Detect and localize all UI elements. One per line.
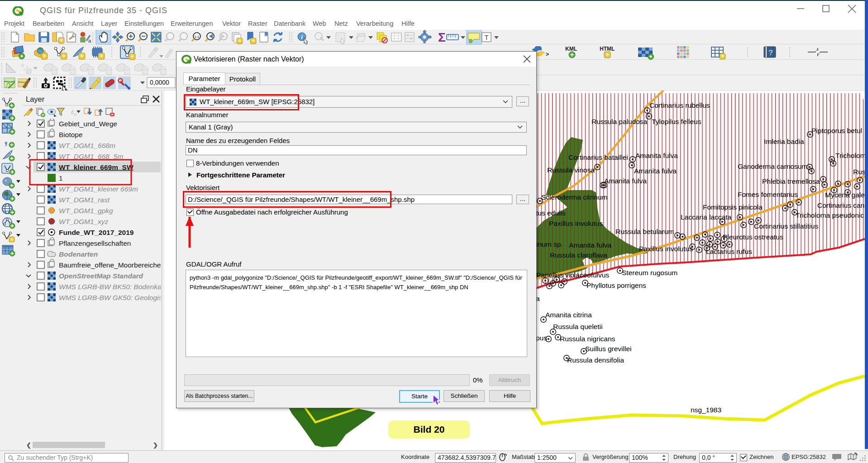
svg-text:nsg_1983: nsg_1983 xyxy=(691,406,721,414)
svg-text:Amanita citrina: Amanita citrina xyxy=(545,311,592,319)
svg-text:Cortinarius can: Cortinarius can xyxy=(817,201,864,209)
svg-text:Pflanzengesellschaften: Pflanzengesellschaften xyxy=(59,239,131,247)
svg-text:WT_DGM1_rast: WT_DGM1_rast xyxy=(59,196,110,204)
svg-text:Russula densifolia: Russula densifolia xyxy=(567,356,624,364)
svg-text:Fomitopsis pinicola: Fomitopsis pinicola xyxy=(703,203,763,211)
svg-text:Russula vinosa: Russula vinosa xyxy=(547,166,595,174)
svg-text:,: , xyxy=(4,132,8,147)
svg-text:✳: ✳ xyxy=(80,53,85,59)
svg-text:i: i xyxy=(301,33,303,40)
svg-text:WT_DGM1_668_5m: WT_DGM1_668_5m xyxy=(59,153,123,160)
svg-text:✳: ✳ xyxy=(62,53,67,59)
svg-text:Imleria badia: Imleria badia xyxy=(764,138,804,145)
svg-text:Laccaria laccata: Laccaria laccata xyxy=(681,213,731,221)
svg-text:1: 1 xyxy=(59,174,63,182)
svg-text:✳: ✳ xyxy=(59,37,63,43)
svg-text:Stereum rugosum: Stereum rugosum xyxy=(622,269,677,277)
svg-text:Bild 20: Bild 20 xyxy=(414,424,445,434)
svg-text:Russula claroflava: Russula claroflava xyxy=(550,251,607,259)
svg-text:Russula betularum: Russula betularum xyxy=(615,228,674,235)
svg-text:Tricholoma pseudonic: Tricholoma pseudonic xyxy=(796,211,864,219)
svg-text:Mycena gale: Mycena gale xyxy=(825,191,865,199)
svg-text:Tylopilus felleus: Tylopilus felleus xyxy=(652,118,701,125)
svg-text:Panellus violaceofulvus: Panellus violaceofulvus xyxy=(536,271,609,279)
svg-text:✳: ✳ xyxy=(99,53,104,59)
svg-text:Russula nigricans: Russula nigricans xyxy=(560,335,615,343)
svg-text:a: a xyxy=(88,38,91,43)
svg-text:tus edulis: tus edulis xyxy=(536,209,566,217)
svg-text:OpenStreetMap Standard: OpenStreetMap Standard xyxy=(59,272,143,280)
svg-text:Gebiet_und_Wege: Gebiet_und_Wege xyxy=(59,120,117,128)
svg-text:Piptoporus betul: Piptoporus betul xyxy=(811,127,862,134)
svg-text:Paxillus involutus: Paxillus involutus xyxy=(639,245,693,253)
svg-text:WT_DGM1_gpkg: WT_DGM1_gpkg xyxy=(59,207,113,215)
svg-text:Russula queletii: Russula queletii xyxy=(553,323,602,330)
svg-text:Phlebia tremellosa: Phlebia tremellosa xyxy=(762,177,820,185)
svg-text:Lactarius rufus: Lactarius rufus xyxy=(706,248,752,255)
svg-text:1:1: 1:1 xyxy=(194,35,200,39)
svg-text:KML: KML xyxy=(565,46,577,52)
svg-text:Paxillus involutus: Paxillus involutus xyxy=(549,220,603,227)
svg-text:T: T xyxy=(484,33,488,41)
svg-text:Cortinarius bataillei: Cortinarius bataillei xyxy=(568,153,628,161)
svg-text:Amanita fulva: Amanita fulva xyxy=(604,177,647,185)
svg-text:✳: ✳ xyxy=(605,52,610,58)
svg-text:WMS LGRB-BW BK50: Bodenkar: WMS LGRB-BW BK50: Bodenkar xyxy=(59,283,161,291)
svg-text:✳: ✳ xyxy=(237,38,242,44)
svg-text:Biotope: Biotope xyxy=(59,131,83,138)
svg-text:inum sp.: inum sp. xyxy=(536,240,563,248)
svg-text:HTML: HTML xyxy=(600,46,615,52)
svg-text:Russ: Russ xyxy=(853,168,865,176)
svg-text:Amanita fulva: Amanita fulva xyxy=(634,167,677,175)
svg-text:Russula paludosa: Russula paludosa xyxy=(591,118,648,125)
svg-text:WMS LGRB-BW GK50: Geologis: WMS LGRB-BW GK50: Geologis xyxy=(59,294,161,301)
svg-text:Scleroderma citrinum: Scleroderma citrinum xyxy=(541,193,607,201)
svg-text:Tricholom: Tricholom xyxy=(835,152,865,159)
svg-text:Amanita fulva: Amanita fulva xyxy=(635,152,678,159)
svg-text:Σ: Σ xyxy=(438,30,446,44)
svg-text:?: ? xyxy=(768,48,773,57)
svg-text:Cortinarius rubellus: Cortinarius rubellus xyxy=(649,101,710,109)
svg-text:0,0000: 0,0000 xyxy=(150,79,169,86)
svg-text:✳: ✳ xyxy=(130,53,135,60)
svg-text:>: > xyxy=(546,51,549,57)
svg-text:Baumfreie_offene_Moorbereiche: Baumfreie_offene_Moorbereiche xyxy=(59,261,161,269)
svg-text:Bodenarten: Bodenarten xyxy=(59,250,98,258)
svg-text:Layer: Layer xyxy=(26,95,45,103)
svg-text:WT_DGM1_668m: WT_DGM1_668m xyxy=(59,142,115,149)
svg-text:Ganoderma carnosum: Ganoderma carnosum xyxy=(738,162,807,170)
svg-text:Funde_WT_2017_2019: Funde_WT_2017_2019 xyxy=(59,229,134,236)
svg-text:WT_DGM1_kleiner 669m: WT_DGM1_kleiner 669m xyxy=(59,185,138,193)
svg-text:Cortinarius stillatitius: Cortinarius stillatitius xyxy=(754,222,818,230)
svg-text:Suillus grevillei: Suillus grevillei xyxy=(585,345,632,353)
svg-text:n: n xyxy=(74,112,76,117)
svg-text:Phyllotus porrigens: Phyllotus porrigens xyxy=(587,282,646,289)
svg-text:WT_kleiner_669m_SW: WT_kleiner_669m_SW xyxy=(59,163,134,171)
svg-text:Fomes fomentarius: Fomes fomentarius xyxy=(738,191,798,198)
svg-text:Pleurotus ostreatus: Pleurotus ostreatus xyxy=(723,233,783,241)
svg-text:pus: pus xyxy=(536,334,547,342)
svg-text:WT_DGM1_xyz: WT_DGM1_xyz xyxy=(59,218,109,225)
svg-text:ε: ε xyxy=(71,108,74,115)
svg-text:✳: ✳ xyxy=(10,237,14,242)
svg-text:✳: ✳ xyxy=(42,53,47,59)
svg-text:✳: ✳ xyxy=(251,38,255,44)
svg-text:Amanita fulva: Amanita fulva xyxy=(569,241,611,249)
svg-text:✳: ✳ xyxy=(720,53,725,59)
